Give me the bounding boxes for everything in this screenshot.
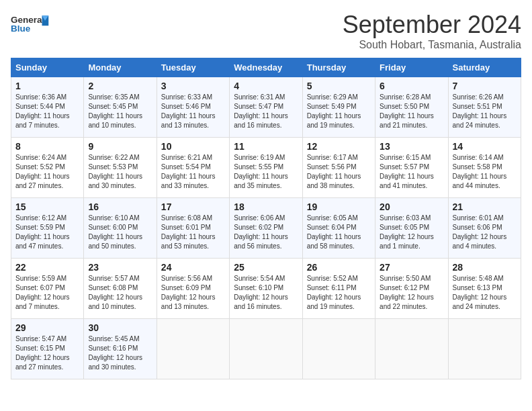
table-row: 26Sunrise: 5:52 AMSunset: 6:11 PMDayligh…: [302, 259, 375, 319]
calendar-header-row: Sunday Monday Tuesday Wednesday Thursday…: [11, 58, 521, 77]
day-info: Sunrise: 6:35 AMSunset: 5:45 PMDaylight:…: [88, 93, 152, 130]
day-number: 22: [15, 262, 79, 273]
table-row: 18Sunrise: 6:06 AMSunset: 6:02 PMDayligh…: [230, 198, 302, 259]
day-number: 26: [307, 262, 371, 273]
day-number: 17: [161, 201, 225, 212]
day-info: Sunrise: 6:01 AMSunset: 6:06 PMDaylight:…: [453, 214, 517, 251]
day-info: Sunrise: 6:14 AMSunset: 5:58 PMDaylight:…: [453, 153, 517, 191]
day-info: Sunrise: 6:22 AMSunset: 5:53 PMDaylight:…: [88, 153, 152, 191]
day-number: 10: [161, 141, 225, 152]
table-row: 24Sunrise: 5:56 AMSunset: 6:09 PMDayligh…: [157, 259, 229, 319]
table-row: 5Sunrise: 6:29 AMSunset: 5:49 PMDaylight…: [302, 77, 375, 138]
col-tuesday: Tuesday: [157, 58, 229, 77]
day-number: 30: [88, 322, 152, 333]
table-row: 15Sunrise: 6:12 AMSunset: 5:59 PMDayligh…: [11, 198, 84, 259]
table-row: 7Sunrise: 6:26 AMSunset: 5:51 PMDaylight…: [448, 77, 521, 138]
day-info: Sunrise: 6:24 AMSunset: 5:52 PMDaylight:…: [15, 153, 79, 191]
table-row: 10Sunrise: 6:21 AMSunset: 5:54 PMDayligh…: [157, 138, 229, 198]
table-row: 13Sunrise: 6:15 AMSunset: 5:57 PMDayligh…: [375, 138, 448, 198]
table-row: 23Sunrise: 5:57 AMSunset: 6:08 PMDayligh…: [84, 259, 157, 319]
day-number: 23: [88, 262, 152, 273]
location-subtitle: South Hobart, Tasmania, Australia: [343, 39, 521, 51]
day-info: Sunrise: 6:36 AMSunset: 5:44 PMDaylight:…: [15, 93, 79, 130]
table-row: 11Sunrise: 6:19 AMSunset: 5:55 PMDayligh…: [230, 138, 302, 198]
day-number: 6: [380, 81, 443, 91]
table-row: 6Sunrise: 6:28 AMSunset: 5:50 PMDaylight…: [375, 77, 448, 138]
table-row: 9Sunrise: 6:22 AMSunset: 5:53 PMDaylight…: [84, 138, 157, 198]
calendar-week-row: 8Sunrise: 6:24 AMSunset: 5:52 PMDaylight…: [11, 138, 521, 198]
logo-svg: General Blue: [11, 11, 51, 38]
day-number: 5: [307, 81, 371, 91]
day-number: 9: [88, 141, 152, 152]
table-row: 16Sunrise: 6:10 AMSunset: 6:00 PMDayligh…: [84, 198, 157, 259]
day-info: Sunrise: 5:59 AMSunset: 6:07 PMDaylight:…: [15, 274, 79, 312]
day-number: 8: [15, 141, 79, 152]
day-number: 20: [380, 201, 443, 212]
table-row: 28Sunrise: 5:48 AMSunset: 6:13 PMDayligh…: [448, 259, 521, 319]
table-row: [375, 319, 448, 379]
day-info: Sunrise: 5:56 AMSunset: 6:09 PMDaylight:…: [161, 274, 225, 312]
table-row: [230, 319, 302, 379]
day-info: Sunrise: 5:52 AMSunset: 6:11 PMDaylight:…: [307, 274, 371, 312]
table-row: 22Sunrise: 5:59 AMSunset: 6:07 PMDayligh…: [11, 259, 84, 319]
table-row: 14Sunrise: 6:14 AMSunset: 5:58 PMDayligh…: [448, 138, 521, 198]
day-number: 7: [453, 81, 517, 91]
day-info: Sunrise: 6:26 AMSunset: 5:51 PMDaylight:…: [453, 93, 517, 130]
table-row: 1Sunrise: 6:36 AMSunset: 5:44 PMDaylight…: [11, 77, 84, 138]
table-row: 3Sunrise: 6:33 AMSunset: 5:46 PMDaylight…: [157, 77, 229, 138]
day-info: Sunrise: 5:47 AMSunset: 6:15 PMDaylight:…: [15, 334, 79, 372]
calendar-week-row: 22Sunrise: 5:59 AMSunset: 6:07 PMDayligh…: [11, 259, 521, 319]
day-number: 28: [453, 262, 517, 273]
day-number: 1: [15, 81, 79, 91]
col-wednesday: Wednesday: [230, 58, 302, 77]
col-friday: Friday: [375, 58, 448, 77]
table-row: 25Sunrise: 5:54 AMSunset: 6:10 PMDayligh…: [230, 259, 302, 319]
day-number: 18: [234, 201, 298, 212]
table-row: 21Sunrise: 6:01 AMSunset: 6:06 PMDayligh…: [448, 198, 521, 259]
day-number: 11: [234, 141, 298, 152]
month-title: September 2024: [343, 11, 521, 39]
day-number: 25: [234, 262, 298, 273]
day-info: Sunrise: 6:17 AMSunset: 5:56 PMDaylight:…: [307, 153, 371, 191]
col-sunday: Sunday: [11, 58, 84, 77]
day-number: 15: [15, 201, 79, 212]
calendar-table: Sunday Monday Tuesday Wednesday Thursday…: [11, 58, 521, 379]
day-info: Sunrise: 6:28 AMSunset: 5:50 PMDaylight:…: [380, 93, 443, 130]
day-info: Sunrise: 6:06 AMSunset: 6:02 PMDaylight:…: [234, 214, 298, 251]
table-row: 19Sunrise: 6:05 AMSunset: 6:04 PMDayligh…: [302, 198, 375, 259]
svg-text:General: General: [11, 15, 44, 25]
day-info: Sunrise: 5:54 AMSunset: 6:10 PMDaylight:…: [234, 274, 298, 312]
day-number: 2: [88, 81, 152, 91]
table-row: 30Sunrise: 5:45 AMSunset: 6:16 PMDayligh…: [84, 319, 157, 379]
table-row: [448, 319, 521, 379]
col-saturday: Saturday: [448, 58, 521, 77]
day-info: Sunrise: 6:12 AMSunset: 5:59 PMDaylight:…: [15, 214, 79, 251]
day-number: 21: [453, 201, 517, 212]
day-number: 27: [380, 262, 443, 273]
day-number: 13: [380, 141, 443, 152]
logo: General Blue: [11, 11, 51, 38]
table-row: 20Sunrise: 6:03 AMSunset: 6:05 PMDayligh…: [375, 198, 448, 259]
table-row: 27Sunrise: 5:50 AMSunset: 6:12 PMDayligh…: [375, 259, 448, 319]
table-row: 17Sunrise: 6:08 AMSunset: 6:01 PMDayligh…: [157, 198, 229, 259]
day-number: 14: [453, 141, 517, 152]
table-row: 12Sunrise: 6:17 AMSunset: 5:56 PMDayligh…: [302, 138, 375, 198]
table-row: 4Sunrise: 6:31 AMSunset: 5:47 PMDaylight…: [230, 77, 302, 138]
day-number: 19: [307, 201, 371, 212]
col-thursday: Thursday: [302, 58, 375, 77]
table-row: 2Sunrise: 6:35 AMSunset: 5:45 PMDaylight…: [84, 77, 157, 138]
day-info: Sunrise: 6:08 AMSunset: 6:01 PMDaylight:…: [161, 214, 225, 251]
table-row: 29Sunrise: 5:47 AMSunset: 6:15 PMDayligh…: [11, 319, 84, 379]
calendar-week-row: 1Sunrise: 6:36 AMSunset: 5:44 PMDaylight…: [11, 77, 521, 138]
day-number: 29: [15, 322, 79, 333]
day-info: Sunrise: 6:19 AMSunset: 5:55 PMDaylight:…: [234, 153, 298, 191]
calendar-week-row: 29Sunrise: 5:47 AMSunset: 6:15 PMDayligh…: [11, 319, 521, 379]
day-info: Sunrise: 5:45 AMSunset: 6:16 PMDaylight:…: [88, 334, 152, 372]
day-info: Sunrise: 5:48 AMSunset: 6:13 PMDaylight:…: [453, 274, 517, 312]
day-number: 3: [161, 81, 225, 91]
day-info: Sunrise: 6:29 AMSunset: 5:49 PMDaylight:…: [307, 93, 371, 130]
day-info: Sunrise: 6:05 AMSunset: 6:04 PMDaylight:…: [307, 214, 371, 251]
day-info: Sunrise: 6:33 AMSunset: 5:46 PMDaylight:…: [161, 93, 225, 130]
title-area: September 2024 South Hobart, Tasmania, A…: [343, 11, 521, 51]
table-row: 8Sunrise: 6:24 AMSunset: 5:52 PMDaylight…: [11, 138, 84, 198]
